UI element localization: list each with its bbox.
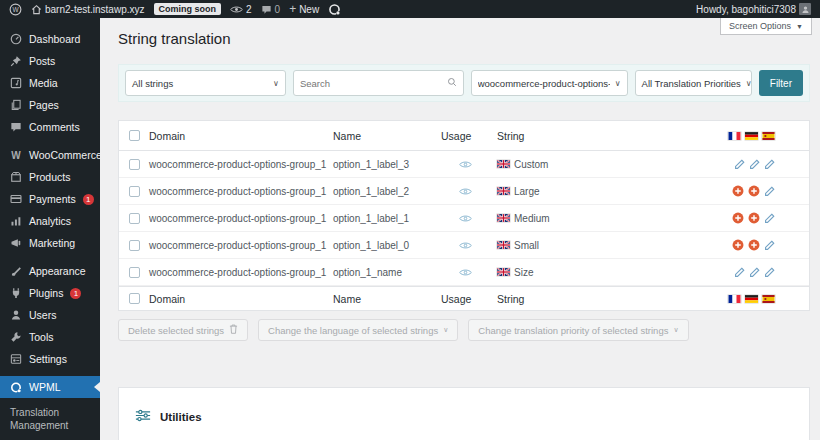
pages-icon — [10, 99, 22, 111]
woocommerce-icon: W — [10, 149, 22, 161]
site-name-link[interactable]: barn2-test.instawp.xyz — [31, 4, 145, 15]
german-flag-icon — [745, 295, 758, 303]
edit-translation-icon[interactable] — [749, 267, 760, 278]
select-all-checkbox[interactable] — [129, 293, 140, 304]
edit-translation-icon[interactable] — [764, 213, 775, 224]
box-icon — [10, 171, 22, 183]
edit-translation-icon[interactable] — [764, 240, 775, 251]
spanish-flag-icon — [762, 132, 775, 140]
new-content-button[interactable]: + New — [289, 2, 319, 16]
usage-eye-icon[interactable] — [459, 160, 472, 169]
user-icon — [10, 309, 22, 321]
add-translation-icon[interactable] — [732, 212, 744, 224]
chevron-down-icon: ∨ — [268, 79, 279, 88]
change-language-button[interactable]: Change the language of selected strings … — [258, 319, 458, 341]
sidebar-item-appearance[interactable]: Appearance — [0, 260, 100, 282]
table-row: woocommerce-product-options-group_1 opti… — [119, 151, 809, 178]
row-checkbox[interactable] — [129, 213, 140, 224]
bar-chart-icon — [10, 215, 22, 227]
edit-translation-icon[interactable] — [749, 159, 760, 170]
sidebar-item-settings[interactable]: Settings — [0, 348, 100, 370]
sidebar-item-analytics[interactable]: Analytics — [0, 210, 100, 232]
sidebar-item-pages[interactable]: Pages — [0, 94, 100, 116]
uk-flag-icon — [497, 160, 510, 168]
megaphone-icon — [10, 237, 22, 249]
edit-translation-icon[interactable] — [734, 159, 745, 170]
sidebar-item-media[interactable]: Media — [0, 72, 100, 94]
sidebar-item-marketing[interactable]: Marketing — [0, 232, 100, 254]
wrench-icon — [10, 331, 22, 343]
coming-soon-badge: Coming soon — [154, 3, 222, 15]
wpml-icon — [10, 381, 22, 393]
admin-sidebar: Dashboard Posts Media Pages Comments W W… — [0, 18, 100, 440]
edit-translation-icon[interactable] — [764, 267, 775, 278]
submenu-item-translations[interactable]: Translations — [10, 435, 100, 440]
plug-icon — [10, 287, 22, 299]
sidebar-item-woocommerce[interactable]: W WooCommerce — [0, 144, 100, 166]
usage-eye-icon[interactable] — [459, 241, 472, 250]
eye-icon — [230, 5, 243, 14]
translation-priority-select[interactable]: All Translation Priorities ∨ — [635, 70, 752, 96]
edit-translation-icon[interactable] — [764, 186, 775, 197]
row-checkbox[interactable] — [129, 240, 140, 251]
site-name: barn2-test.instawp.xyz — [45, 4, 145, 15]
sidebar-item-plugins[interactable]: Plugins 1 — [0, 282, 100, 304]
row-checkbox[interactable] — [129, 186, 140, 197]
filter-button[interactable]: Filter — [759, 70, 803, 96]
add-translation-icon[interactable] — [748, 185, 760, 197]
add-translation-icon[interactable] — [748, 239, 760, 251]
row-checkbox[interactable] — [129, 159, 140, 170]
add-translation-icon[interactable] — [732, 185, 744, 197]
usage-eye-icon[interactable] — [459, 187, 472, 196]
sidebar-item-comments[interactable]: Comments — [0, 116, 100, 138]
sidebar-item-dashboard[interactable]: Dashboard — [0, 28, 100, 50]
sidebar-item-posts[interactable]: Posts — [0, 50, 100, 72]
submenu-item-translation-management[interactable]: Translation Management — [10, 403, 90, 435]
row-checkbox[interactable] — [129, 267, 140, 278]
domain-select[interactable]: woocommerce-product-options-gr ∨ — [471, 70, 628, 96]
chevron-down-icon: ∨ — [673, 326, 678, 334]
add-translation-icon[interactable] — [748, 212, 760, 224]
utilities-panel: Utilities Auto-register strings for tran… — [118, 387, 810, 440]
wordpress-logo-icon[interactable]: W — [9, 3, 22, 16]
add-translation-icon[interactable] — [732, 239, 744, 251]
german-flag-icon — [745, 132, 758, 140]
change-priority-button[interactable]: Change translation priority of selected … — [468, 319, 688, 341]
wpml-submenu: Translation Management Translations — [0, 398, 100, 440]
usage-eye-icon[interactable] — [459, 268, 472, 277]
delete-selected-button[interactable]: Delete selected strings — [118, 319, 248, 341]
dashboard-icon — [10, 33, 22, 45]
column-header-usage: Usage — [441, 130, 497, 142]
screen-options-button[interactable]: Screen Options ▼ — [720, 18, 812, 35]
bulk-actions-bar: Delete selected strings Change the langu… — [118, 319, 820, 341]
updates-indicator[interactable]: 2 — [230, 4, 252, 15]
page-title: String translation — [100, 18, 820, 47]
comments-indicator[interactable]: 0 — [261, 4, 281, 15]
uk-flag-icon — [497, 268, 510, 276]
sidebar-item-users[interactable]: Users — [0, 304, 100, 326]
wpml-adminbar-icon[interactable] — [328, 3, 341, 16]
search-box[interactable] — [293, 70, 464, 96]
sidebar-item-wpml[interactable]: WPML — [0, 376, 100, 398]
french-flag-icon — [728, 132, 741, 140]
table-row: woocommerce-product-options-group_1 opti… — [119, 232, 809, 259]
howdy-account-menu[interactable]: Howdy, bagohitici7308 — [696, 3, 811, 15]
sliders-icon — [135, 408, 151, 426]
column-header-domain: Domain — [149, 130, 333, 142]
edit-translation-icon[interactable] — [734, 267, 745, 278]
update-count: 2 — [246, 4, 252, 15]
search-input[interactable] — [300, 78, 440, 89]
select-all-checkbox[interactable] — [129, 130, 140, 141]
string-status-select[interactable]: All strings ∨ — [125, 70, 286, 96]
language-flags-footer — [679, 295, 809, 303]
edit-translation-icon[interactable] — [764, 159, 775, 170]
credit-card-icon — [10, 193, 22, 205]
table-header-row: Domain Name Usage String — [119, 121, 809, 151]
sidebar-item-payments[interactable]: Payments 1 — [0, 188, 100, 210]
sidebar-item-products[interactable]: Products — [0, 166, 100, 188]
usage-eye-icon[interactable] — [459, 214, 472, 223]
brush-icon — [10, 265, 22, 277]
filter-bar: All strings ∨ woocommerce-product-option… — [118, 64, 810, 102]
sidebar-item-tools[interactable]: Tools — [0, 326, 100, 348]
comment-count: 0 — [275, 4, 281, 15]
